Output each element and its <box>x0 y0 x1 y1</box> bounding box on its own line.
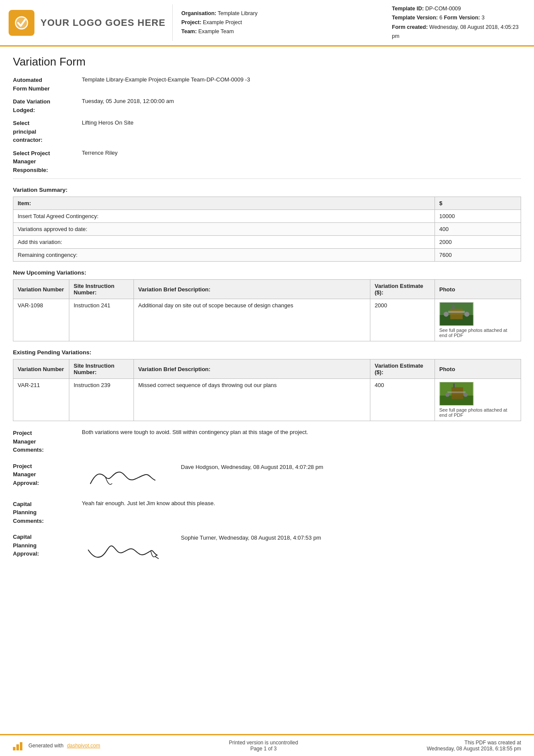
cp-approval-row: CapitalPlanningApproval: Sophie Turner, … <box>13 533 521 563</box>
summary-item: Remaining contingency: <box>13 249 435 262</box>
field-value-principal-contractor: Lifting Heros On Site <box>82 119 521 127</box>
template-id-label: Template ID: <box>392 6 424 12</box>
existing-pending-table: Variation Number Site Instruction Number… <box>13 359 521 421</box>
new-upcoming-title: New Upcoming Variations: <box>13 269 521 276</box>
header-meta-right: Template ID: DP-COM-0009 Template Versio… <box>383 4 521 41</box>
footer-generated-text: Generated with <box>28 743 63 749</box>
summary-item: Add this variation: <box>13 236 435 249</box>
svg-point-7 <box>464 312 469 317</box>
logo-text: YOUR LOGO GOES HERE <box>40 17 165 28</box>
field-value-form-number: Template Library-Example Project-Example… <box>82 75 521 84</box>
field-value-project-manager: Terrence Riley <box>82 149 521 157</box>
summary-item: Insert Total Agreed Contingency: <box>13 210 435 223</box>
svg-rect-3 <box>450 309 463 319</box>
svg-rect-17 <box>20 742 22 750</box>
summary-col-dollar: $ <box>435 197 521 210</box>
field-label-project-manager: Select ProjectManagerResponsible: <box>13 149 82 175</box>
nu-var-number: VAR-1098 <box>13 299 69 341</box>
dashpivot-link[interactable]: dashpivot.com <box>67 743 100 749</box>
ep-estimate: 400 <box>370 379 435 421</box>
field-label-principal-contractor: Selectprincipalcontractor: <box>13 119 82 144</box>
form-created-label: Form created: <box>392 24 428 30</box>
table-row: Insert Total Agreed Contingency:10000 <box>13 210 521 223</box>
template-id-value: DP-COM-0009 <box>425 6 461 12</box>
table-row: VAR-211 Instruction 239 Missed correct s… <box>13 379 521 421</box>
cp-comments-label: CapitalPlanningComments: <box>13 500 82 525</box>
existing-pending-title: Existing Pending Variations: <box>13 349 521 356</box>
cp-approval-content: Sophie Turner, Wednesday, 08 August 2018… <box>82 533 521 563</box>
table-row: VAR-1098 Instruction 241 Additional day … <box>13 299 521 341</box>
summary-value: 10000 <box>435 210 521 223</box>
ep-col-5: Photo <box>435 359 521 379</box>
ep-col-1: Variation Number <box>13 359 69 379</box>
field-date-variation: Date VariationLodged: Tuesday, 05 June 2… <box>13 97 521 114</box>
ep-photo: See full page photos attached at end of … <box>435 379 521 421</box>
nu-photo-caption: See full page photos attached at end of … <box>439 328 516 338</box>
summary-value: 2000 <box>435 236 521 249</box>
footer-uncontrolled: Printed version is uncontrolled <box>229 740 298 746</box>
summary-value: 7600 <box>435 249 521 262</box>
field-principal-contractor: Selectprincipalcontractor: Lifting Heros… <box>13 119 521 144</box>
main-content: Variation Form AutomatedForm Number Temp… <box>0 47 534 734</box>
svg-rect-5 <box>448 311 465 313</box>
form-title: Variation Form <box>13 55 521 69</box>
field-label-date-variation: Date VariationLodged: <box>13 97 82 114</box>
form-version-label: Form Version: <box>444 15 480 21</box>
footer-center: Printed version is uncontrolled Page 1 o… <box>229 740 298 752</box>
svg-rect-11 <box>453 384 455 388</box>
ep-var-number: VAR-211 <box>13 379 69 421</box>
ep-col-3: Variation Brief Description: <box>134 359 370 379</box>
team-label: Team: <box>181 28 197 34</box>
footer-right: This PDF was created at Wednesday, 08 Au… <box>427 740 521 752</box>
template-version-label: Template Version: <box>392 15 438 21</box>
nu-col-4: Variation Estimate ($): <box>370 280 435 299</box>
org-value: Template Library <box>218 10 258 16</box>
field-automated-form-number: AutomatedForm Number Template Library-Ex… <box>13 75 521 93</box>
pm-comments-content: Both variations were tough to avoid. Sti… <box>82 429 521 437</box>
field-value-date-variation: Tuesday, 05 June 2018, 12:00:00 am <box>82 97 521 106</box>
footer-pdf-date: Wednesday, 08 August 2018, 6:18:55 pm <box>427 746 521 752</box>
cp-comments-row: CapitalPlanningComments: Yeah fair enoug… <box>13 500 521 525</box>
svg-rect-16 <box>16 744 19 750</box>
svg-rect-15 <box>13 747 16 750</box>
pm-comments-text: Both variations were tough to avoid. Sti… <box>82 429 521 435</box>
variation-summary-table: Item: $ Insert Total Agreed Contingency:… <box>13 197 521 262</box>
nu-description: Additional day on site out of scope beca… <box>134 299 370 341</box>
svg-point-14 <box>463 393 468 397</box>
summary-item: Variations approved to date: <box>13 223 435 236</box>
nu-photo: See full page photos attached at end of … <box>435 299 521 341</box>
cp-signature <box>82 533 168 563</box>
org-label: Organisation: <box>181 10 216 16</box>
new-upcoming-table: Variation Number Site Instruction Number… <box>13 279 521 341</box>
nu-estimate: 2000 <box>370 299 435 341</box>
footer-pdf-created: This PDF was created at <box>427 740 521 746</box>
logo-area: YOUR LOGO GOES HERE <box>9 4 172 41</box>
approvals-section: ProjectManagerComments: Both variations … <box>13 429 521 563</box>
footer-left: Generated with dashpivot.com <box>13 741 100 750</box>
ep-photo-caption: See full page photos attached at end of … <box>439 407 516 418</box>
pm-approval-row: ProjectManagerApproval: Dave Hodgson, We… <box>13 462 521 492</box>
team-value: Example Team <box>198 28 233 34</box>
svg-rect-12 <box>447 391 466 393</box>
variation-summary-title: Variation Summary: <box>13 187 521 193</box>
nu-col-3: Variation Brief Description: <box>134 280 370 299</box>
svg-point-6 <box>444 312 449 317</box>
ep-col-4: Variation Estimate ($): <box>370 359 435 379</box>
logo-icon <box>9 10 34 36</box>
field-project-manager: Select ProjectManagerResponsible: Terren… <box>13 149 521 175</box>
footer-page: Page 1 of 3 <box>229 746 298 752</box>
table-row: Remaining contingency:7600 <box>13 249 521 262</box>
nu-col-5: Photo <box>435 280 521 299</box>
ep-site-instruction: Instruction 239 <box>69 379 134 421</box>
summary-value: 400 <box>435 223 521 236</box>
pm-comments-label: ProjectManagerComments: <box>13 429 82 454</box>
pm-approval-content: Dave Hodgson, Wednesday, 08 August 2018,… <box>82 462 521 492</box>
form-version-value: 3 <box>481 15 484 21</box>
cp-approval-label: CapitalPlanningApproval: <box>13 533 82 558</box>
cp-comments-content: Yeah fair enough. Just let Jim know abou… <box>82 500 521 508</box>
pm-signature <box>82 462 168 492</box>
nu-site-instruction: Instruction 241 <box>69 299 134 341</box>
template-version-value: 6 <box>439 15 442 21</box>
page-footer: Generated with dashpivot.com Printed ver… <box>0 734 534 756</box>
pm-approval-label: ProjectManagerApproval: <box>13 462 82 487</box>
